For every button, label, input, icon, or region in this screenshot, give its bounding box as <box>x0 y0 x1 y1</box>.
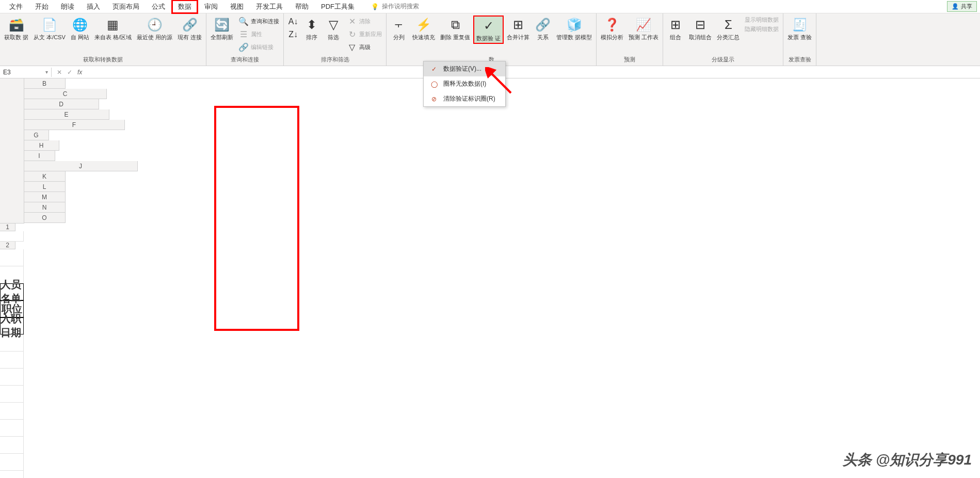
data-validation-dropdown: ✓ 数据验证(V)... ◯ 圈释无效数据(I) ⊘ 清除验证标识圈(R) <box>423 61 506 107</box>
tab-dev[interactable]: 开发工具 <box>250 0 289 13</box>
btn-hide-detail: 隐藏明细数据 <box>743 25 781 34</box>
consolidate-icon: ⊞ <box>510 17 526 33</box>
btn-existing-conn[interactable]: 🔗现有 连接 <box>175 15 204 42</box>
recent-icon: 🕘 <box>147 17 163 33</box>
ribbon: 🗃️获取数 据 📄从文 本/CSV 🌐自 网站 ▦来自表 格/区域 🕘最近使 用… <box>0 13 980 66</box>
col-header[interactable]: I <box>24 151 55 161</box>
col-header[interactable]: J <box>24 161 138 171</box>
web-icon: 🌐 <box>72 17 88 33</box>
btn-ungroup[interactable]: ⊟取消组合 <box>687 15 714 42</box>
btn-consolidate[interactable]: ⊞合并计算 <box>505 15 532 42</box>
menu-clear-circles[interactable]: ⊘ 清除验证标识圈(R) <box>424 91 505 106</box>
col-header[interactable]: O <box>24 213 66 223</box>
share-icon: 👤 <box>952 3 959 10</box>
sort-za-icon: Z↓ <box>288 29 298 40</box>
btn-flash-fill[interactable]: ⚡快速填充 <box>410 15 437 42</box>
tell-me-search[interactable]: 💡 操作说明搜索 <box>371 2 419 11</box>
menu-circle-invalid[interactable]: ◯ 圈释无效数据(I) <box>424 76 505 91</box>
select-all-corner[interactable] <box>0 78 24 223</box>
col-header[interactable]: M <box>24 192 66 202</box>
table-icon: ▦ <box>105 17 121 33</box>
col-header[interactable]: B <box>24 78 66 89</box>
col-header[interactable]: F <box>24 120 125 130</box>
btn-invoice[interactable]: 🧾发票 查验 <box>785 15 814 42</box>
validation-icon: ✓ <box>480 18 497 34</box>
menu-data-validation[interactable]: ✓ 数据验证(V)... <box>424 61 505 76</box>
annotation-box <box>214 106 299 331</box>
formula-input[interactable] <box>87 71 980 73</box>
clear-circle-icon: ⊘ <box>430 95 438 103</box>
btn-sort[interactable]: ⬍排序 <box>301 15 322 42</box>
validation-menu-icon: ✓ <box>430 65 438 73</box>
share-button[interactable]: 👤 共享 <box>947 1 977 12</box>
btn-sort-za[interactable]: Z↓ <box>286 28 300 41</box>
btn-group[interactable]: ⊞组合 <box>665 15 686 42</box>
tab-review[interactable]: 审阅 <box>198 0 224 13</box>
btn-from-table[interactable]: ▦来自表 格/区域 <box>92 15 134 42</box>
cancel-icon[interactable]: ✕ <box>57 69 62 76</box>
name-box[interactable]: E3 ▾ <box>0 68 52 77</box>
fx-icon[interactable]: fx <box>77 69 82 76</box>
btn-filter[interactable]: ▽筛选 <box>323 15 344 42</box>
col-header[interactable]: N <box>24 202 66 213</box>
tab-read[interactable]: 朗读 <box>55 0 81 13</box>
btn-relationships[interactable]: 🔗关系 <box>533 15 553 42</box>
clear-icon: ✕ <box>347 17 357 27</box>
btn-advanced[interactable]: ▽高级 <box>345 41 384 54</box>
btn-from-web[interactable]: 🌐自 网站 <box>69 15 91 42</box>
table-header[interactable]: 人员名单 <box>0 283 24 300</box>
col-header[interactable]: H <box>24 140 59 151</box>
flash-icon: ⚡ <box>415 17 432 33</box>
btn-data-validation[interactable]: ✓数据验 证 <box>473 15 504 44</box>
btn-forecast[interactable]: 📈预测 工作表 <box>626 15 661 42</box>
group-get-transform: 🗃️获取数 据 📄从文 本/CSV 🌐自 网站 ▦来自表 格/区域 🕘最近使 用… <box>0 13 206 66</box>
row-header[interactable]: 1 <box>0 224 15 231</box>
sort-icon: ⬍ <box>303 17 320 33</box>
col-header[interactable]: D <box>24 99 99 109</box>
forecast-icon: 📈 <box>635 17 652 33</box>
btn-data-model[interactable]: 🧊管理数 据模型 <box>554 15 594 42</box>
refresh-icon: 🔄 <box>214 17 230 33</box>
btn-sort-az[interactable]: A↓ <box>286 15 300 28</box>
btn-queries-conn[interactable]: 🔍查询和连接 <box>236 15 281 28</box>
tab-layout[interactable]: 页面布局 <box>106 0 146 13</box>
table-header[interactable]: 入职日期 <box>0 317 24 334</box>
col-header[interactable]: G <box>24 130 49 140</box>
props-icon: ☰ <box>238 29 249 40</box>
confirm-icon[interactable]: ✓ <box>67 69 72 76</box>
btn-remove-dup[interactable]: ⧉删除 重复值 <box>438 15 472 42</box>
tab-data[interactable]: 数据 <box>171 0 198 14</box>
spreadsheet-grid[interactable]: B C D E F G H I J K L M N O 1 2 人员名单 职位 … <box>0 78 980 478</box>
adv-icon: ▽ <box>347 42 357 53</box>
tab-formula[interactable]: 公式 <box>146 0 171 13</box>
tab-pdf[interactable]: PDF工具集 <box>315 0 361 13</box>
edit-link-icon: 🔗 <box>238 42 249 53</box>
btn-subtotal[interactable]: Σ分类汇总 <box>715 15 742 42</box>
tab-view[interactable]: 视图 <box>224 0 250 13</box>
col-header[interactable]: E <box>24 109 109 120</box>
ungroup-icon: ⊟ <box>692 17 709 33</box>
watermark: 头条 @知识分享991 <box>843 450 972 470</box>
btn-refresh-all[interactable]: 🔄全部刷新 <box>208 15 235 42</box>
split-icon: ⫟ <box>391 17 407 33</box>
btn-from-csv[interactable]: 📄从文 本/CSV <box>31 15 68 42</box>
tab-home[interactable]: 开始 <box>29 0 55 13</box>
invoice-icon: 🧾 <box>792 17 808 33</box>
col-header[interactable]: C <box>24 89 107 99</box>
btn-recent-sources[interactable]: 🕘最近使 用的源 <box>135 15 174 42</box>
menu-bar: 文件 开始 朗读 插入 页面布局 公式 数据 审阅 视图 开发工具 帮助 PDF… <box>0 0 980 13</box>
row-header[interactable]: 2 <box>0 242 15 249</box>
btn-get-data[interactable]: 🗃️获取数 据 <box>2 15 30 42</box>
tab-file[interactable]: 文件 <box>3 0 29 13</box>
btn-whatif[interactable]: ❓模拟分析 <box>599 15 625 42</box>
group-outline: ⊞组合 ⊟取消组合 Σ分类汇总 显示明细数据 隐藏明细数据 分级显示 <box>663 13 783 66</box>
conn-icon: 🔗 <box>182 17 198 33</box>
group-sort-filter: A↓ Z↓ ⬍排序 ▽筛选 ✕清除 ↻重新应用 ▽高级 排序和筛选 <box>284 13 387 66</box>
model-icon: 🧊 <box>566 17 583 33</box>
tab-insert[interactable]: 插入 <box>81 0 106 13</box>
col-header[interactable]: K <box>24 171 66 182</box>
tab-help[interactable]: 帮助 <box>289 0 315 13</box>
btn-show-detail: 显示明细数据 <box>743 15 781 24</box>
col-header[interactable]: L <box>24 182 66 192</box>
btn-text-to-col[interactable]: ⫟分列 <box>389 15 409 42</box>
